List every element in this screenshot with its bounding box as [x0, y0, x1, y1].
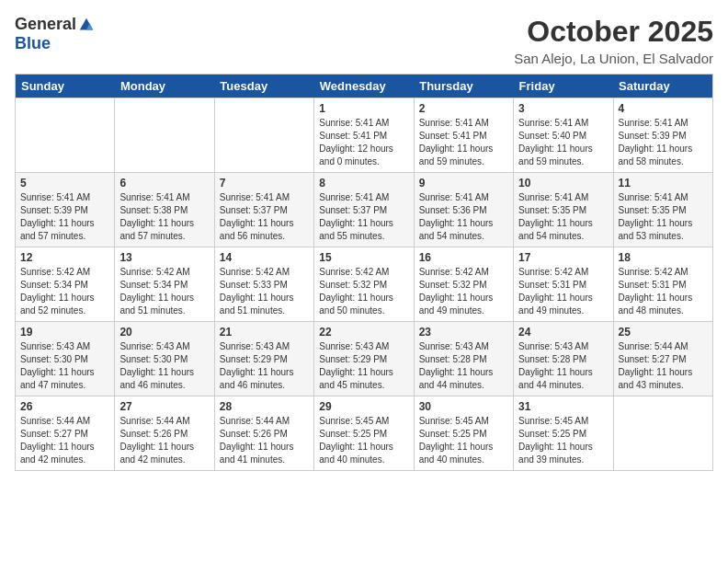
- page-header: General Blue October 2025 San Alejo, La …: [15, 15, 713, 66]
- calendar-cell: 3Sunrise: 5:41 AM Sunset: 5:40 PM Daylig…: [514, 98, 613, 173]
- day-info: Sunrise: 5:43 AM Sunset: 5:29 PM Dayligh…: [220, 340, 309, 392]
- calendar-cell: 24Sunrise: 5:43 AM Sunset: 5:28 PM Dayli…: [514, 322, 613, 396]
- day-info: Sunrise: 5:43 AM Sunset: 5:28 PM Dayligh…: [419, 340, 508, 392]
- day-number: 27: [119, 400, 209, 413]
- day-number: 3: [518, 102, 608, 115]
- calendar-cell: 17Sunrise: 5:42 AM Sunset: 5:31 PM Dayli…: [514, 247, 613, 322]
- day-info: Sunrise: 5:42 AM Sunset: 5:32 PM Dayligh…: [319, 266, 408, 317]
- day-info: Sunrise: 5:41 AM Sunset: 5:38 PM Dayligh…: [119, 191, 209, 243]
- calendar-cell: 21Sunrise: 5:43 AM Sunset: 5:29 PM Dayli…: [214, 322, 313, 396]
- day-number: 12: [20, 251, 109, 264]
- weekday-header-tuesday: Tuesday: [214, 75, 313, 98]
- logo-icon: [78, 17, 95, 33]
- calendar-cell: [16, 98, 115, 173]
- calendar-cell: 4Sunrise: 5:41 AM Sunset: 5:39 PM Daylig…: [613, 98, 712, 173]
- calendar-cell: 23Sunrise: 5:43 AM Sunset: 5:28 PM Dayli…: [414, 322, 513, 396]
- calendar-cell: 15Sunrise: 5:42 AM Sunset: 5:32 PM Dayli…: [314, 247, 414, 322]
- calendar-cell: 29Sunrise: 5:45 AM Sunset: 5:25 PM Dayli…: [314, 396, 414, 471]
- calendar-week-row: 26Sunrise: 5:44 AM Sunset: 5:27 PM Dayli…: [16, 396, 713, 471]
- day-number: 15: [319, 251, 408, 264]
- calendar-cell: 11Sunrise: 5:41 AM Sunset: 5:35 PM Dayli…: [613, 173, 712, 247]
- day-info: Sunrise: 5:41 AM Sunset: 5:35 PM Dayligh…: [619, 191, 708, 243]
- calendar-cell: 12Sunrise: 5:42 AM Sunset: 5:34 PM Dayli…: [16, 247, 115, 322]
- day-info: Sunrise: 5:41 AM Sunset: 5:35 PM Dayligh…: [518, 191, 608, 243]
- calendar-cell: 18Sunrise: 5:42 AM Sunset: 5:31 PM Dayli…: [613, 247, 712, 322]
- day-info: Sunrise: 5:42 AM Sunset: 5:32 PM Dayligh…: [419, 266, 508, 317]
- calendar-cell: 10Sunrise: 5:41 AM Sunset: 5:35 PM Dayli…: [514, 173, 613, 247]
- day-info: Sunrise: 5:41 AM Sunset: 5:39 PM Dayligh…: [20, 191, 109, 243]
- calendar-cell: 30Sunrise: 5:45 AM Sunset: 5:25 PM Dayli…: [414, 396, 513, 471]
- calendar-cell: 20Sunrise: 5:43 AM Sunset: 5:30 PM Dayli…: [115, 322, 214, 396]
- day-info: Sunrise: 5:44 AM Sunset: 5:26 PM Dayligh…: [220, 415, 309, 466]
- day-number: 9: [419, 177, 508, 190]
- calendar-cell: 28Sunrise: 5:44 AM Sunset: 5:26 PM Dayli…: [214, 396, 313, 471]
- day-info: Sunrise: 5:41 AM Sunset: 5:37 PM Dayligh…: [319, 191, 408, 243]
- location-subtitle: San Alejo, La Union, El Salvador: [514, 51, 713, 66]
- calendar-week-row: 5Sunrise: 5:41 AM Sunset: 5:39 PM Daylig…: [16, 173, 713, 247]
- calendar-cell: 6Sunrise: 5:41 AM Sunset: 5:38 PM Daylig…: [115, 173, 214, 247]
- title-block: October 2025 San Alejo, La Union, El Sal…: [514, 15, 713, 66]
- day-number: 16: [419, 251, 508, 264]
- day-info: Sunrise: 5:45 AM Sunset: 5:25 PM Dayligh…: [319, 415, 408, 466]
- day-number: 8: [319, 177, 408, 190]
- calendar-cell: 5Sunrise: 5:41 AM Sunset: 5:39 PM Daylig…: [16, 173, 115, 247]
- day-number: 20: [119, 326, 209, 339]
- day-number: 4: [619, 102, 708, 115]
- day-number: 26: [20, 400, 109, 413]
- day-number: 7: [220, 177, 309, 190]
- day-info: Sunrise: 5:43 AM Sunset: 5:29 PM Dayligh…: [319, 340, 408, 392]
- calendar-cell: 19Sunrise: 5:43 AM Sunset: 5:30 PM Dayli…: [16, 322, 115, 396]
- day-number: 21: [220, 326, 309, 339]
- day-number: 29: [319, 400, 408, 413]
- calendar-cell: 25Sunrise: 5:44 AM Sunset: 5:27 PM Dayli…: [613, 322, 712, 396]
- day-number: 22: [319, 326, 408, 339]
- day-info: Sunrise: 5:41 AM Sunset: 5:41 PM Dayligh…: [419, 117, 508, 168]
- day-number: 13: [119, 251, 209, 264]
- day-info: Sunrise: 5:44 AM Sunset: 5:27 PM Dayligh…: [20, 415, 109, 466]
- day-info: Sunrise: 5:41 AM Sunset: 5:36 PM Dayligh…: [419, 191, 508, 243]
- day-number: 11: [619, 177, 708, 190]
- calendar-cell: 2Sunrise: 5:41 AM Sunset: 5:41 PM Daylig…: [414, 98, 513, 173]
- calendar-cell: 22Sunrise: 5:43 AM Sunset: 5:29 PM Dayli…: [314, 322, 414, 396]
- day-info: Sunrise: 5:44 AM Sunset: 5:26 PM Dayligh…: [119, 415, 209, 466]
- weekday-header-thursday: Thursday: [414, 75, 513, 98]
- calendar-cell: [214, 98, 313, 173]
- day-number: 25: [619, 326, 708, 339]
- calendar-cell: 16Sunrise: 5:42 AM Sunset: 5:32 PM Dayli…: [414, 247, 513, 322]
- weekday-header-row: SundayMondayTuesdayWednesdayThursdayFrid…: [16, 75, 713, 98]
- weekday-header-wednesday: Wednesday: [314, 75, 414, 98]
- day-info: Sunrise: 5:41 AM Sunset: 5:37 PM Dayligh…: [220, 191, 309, 243]
- day-info: Sunrise: 5:41 AM Sunset: 5:39 PM Dayligh…: [619, 117, 708, 168]
- day-info: Sunrise: 5:45 AM Sunset: 5:25 PM Dayligh…: [419, 415, 508, 466]
- logo-general-text: General: [15, 15, 76, 34]
- calendar-cell: 31Sunrise: 5:45 AM Sunset: 5:25 PM Dayli…: [514, 396, 613, 471]
- day-number: 30: [419, 400, 508, 413]
- day-info: Sunrise: 5:42 AM Sunset: 5:33 PM Dayligh…: [220, 266, 309, 317]
- calendar-cell: 27Sunrise: 5:44 AM Sunset: 5:26 PM Dayli…: [115, 396, 214, 471]
- day-number: 23: [419, 326, 508, 339]
- day-info: Sunrise: 5:42 AM Sunset: 5:31 PM Dayligh…: [619, 266, 708, 317]
- calendar-table: SundayMondayTuesdayWednesdayThursdayFrid…: [15, 74, 713, 471]
- calendar-cell: 7Sunrise: 5:41 AM Sunset: 5:37 PM Daylig…: [214, 173, 313, 247]
- day-number: 6: [119, 177, 209, 190]
- day-info: Sunrise: 5:43 AM Sunset: 5:30 PM Dayligh…: [119, 340, 209, 392]
- day-info: Sunrise: 5:42 AM Sunset: 5:34 PM Dayligh…: [119, 266, 209, 317]
- day-info: Sunrise: 5:44 AM Sunset: 5:27 PM Dayligh…: [619, 340, 708, 392]
- calendar-week-row: 12Sunrise: 5:42 AM Sunset: 5:34 PM Dayli…: [16, 247, 713, 322]
- day-info: Sunrise: 5:45 AM Sunset: 5:25 PM Dayligh…: [518, 415, 608, 466]
- day-number: 5: [20, 177, 109, 190]
- day-number: 14: [220, 251, 309, 264]
- day-info: Sunrise: 5:41 AM Sunset: 5:40 PM Dayligh…: [518, 117, 608, 168]
- day-number: 31: [518, 400, 608, 413]
- day-info: Sunrise: 5:41 AM Sunset: 5:41 PM Dayligh…: [319, 117, 408, 168]
- day-number: 24: [518, 326, 608, 339]
- day-number: 18: [619, 251, 708, 264]
- logo: General Blue: [15, 15, 95, 53]
- day-info: Sunrise: 5:43 AM Sunset: 5:30 PM Dayligh…: [20, 340, 109, 392]
- calendar-cell: 8Sunrise: 5:41 AM Sunset: 5:37 PM Daylig…: [314, 173, 414, 247]
- calendar-week-row: 19Sunrise: 5:43 AM Sunset: 5:30 PM Dayli…: [16, 322, 713, 396]
- day-number: 10: [518, 177, 608, 190]
- day-info: Sunrise: 5:43 AM Sunset: 5:28 PM Dayligh…: [518, 340, 608, 392]
- day-number: 1: [319, 102, 408, 115]
- calendar-week-row: 1Sunrise: 5:41 AM Sunset: 5:41 PM Daylig…: [16, 98, 713, 173]
